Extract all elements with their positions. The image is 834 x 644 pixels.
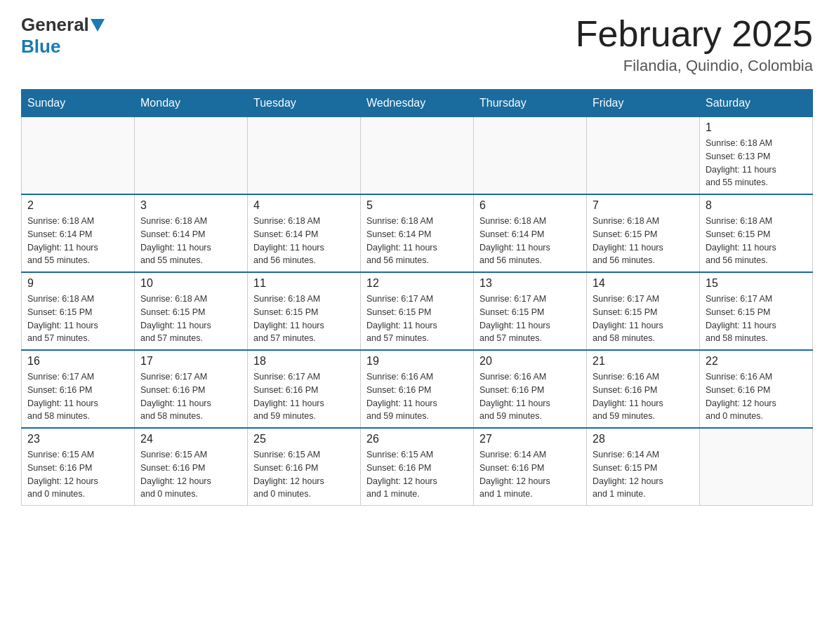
calendar-cell: 2Sunrise: 6:18 AMSunset: 6:14 PMDaylight… [22, 194, 135, 272]
day-number: 24 [140, 433, 241, 445]
calendar-header-friday: Friday [587, 90, 700, 117]
calendar-week-row: 1Sunrise: 6:18 AMSunset: 6:13 PMDaylight… [22, 117, 813, 195]
day-info: Sunrise: 6:15 AMSunset: 6:16 PMDaylight:… [27, 448, 128, 501]
calendar-cell: 21Sunrise: 6:16 AMSunset: 6:16 PMDayligh… [587, 350, 700, 428]
day-number: 18 [253, 355, 355, 368]
logo-general: General [21, 14, 89, 36]
day-number: 27 [479, 433, 581, 445]
calendar-subtitle: Filandia, Quindio, Colombia [576, 57, 813, 75]
calendar-cell: 8Sunrise: 6:18 AMSunset: 6:15 PMDaylight… [700, 194, 813, 272]
calendar-cell [700, 428, 813, 506]
day-info: Sunrise: 6:16 AMSunset: 6:16 PMDaylight:… [593, 370, 694, 423]
day-info: Sunrise: 6:16 AMSunset: 6:16 PMDaylight:… [479, 370, 581, 423]
day-number: 4 [253, 199, 355, 212]
calendar-cell: 22Sunrise: 6:16 AMSunset: 6:16 PMDayligh… [700, 350, 813, 428]
calendar-cell [474, 117, 587, 195]
calendar-cell: 7Sunrise: 6:18 AMSunset: 6:15 PMDaylight… [587, 194, 700, 272]
calendar-cell [361, 117, 474, 195]
day-info: Sunrise: 6:18 AMSunset: 6:15 PMDaylight:… [593, 215, 694, 267]
logo-triangle-icon [91, 19, 105, 32]
day-info: Sunrise: 6:15 AMSunset: 6:16 PMDaylight:… [366, 448, 468, 501]
day-number: 2 [27, 199, 128, 212]
day-info: Sunrise: 6:17 AMSunset: 6:15 PMDaylight:… [366, 293, 468, 345]
calendar-cell: 20Sunrise: 6:16 AMSunset: 6:16 PMDayligh… [474, 350, 587, 428]
calendar-cell [135, 117, 248, 195]
day-number: 17 [140, 355, 241, 368]
calendar-cell: 25Sunrise: 6:15 AMSunset: 6:16 PMDayligh… [248, 428, 361, 506]
calendar-cell: 26Sunrise: 6:15 AMSunset: 6:16 PMDayligh… [361, 428, 474, 506]
logo-text: General [21, 14, 106, 36]
calendar-cell: 18Sunrise: 6:17 AMSunset: 6:16 PMDayligh… [248, 350, 361, 428]
calendar-cell: 1Sunrise: 6:18 AMSunset: 6:13 PMDaylight… [700, 117, 813, 195]
calendar-cell: 5Sunrise: 6:18 AMSunset: 6:14 PMDaylight… [361, 194, 474, 272]
day-info: Sunrise: 6:17 AMSunset: 6:16 PMDaylight:… [27, 370, 128, 423]
calendar-header-tuesday: Tuesday [248, 90, 361, 117]
day-number: 5 [366, 199, 468, 212]
calendar-cell: 27Sunrise: 6:14 AMSunset: 6:16 PMDayligh… [474, 428, 587, 506]
day-number: 26 [366, 433, 468, 445]
day-info: Sunrise: 6:17 AMSunset: 6:15 PMDaylight:… [706, 293, 807, 345]
day-number: 10 [140, 277, 241, 290]
day-number: 1 [706, 121, 807, 134]
calendar-header-monday: Monday [135, 90, 248, 117]
day-info: Sunrise: 6:18 AMSunset: 6:14 PMDaylight:… [366, 215, 468, 267]
day-number: 7 [593, 199, 694, 212]
day-number: 14 [593, 277, 694, 290]
calendar-cell: 17Sunrise: 6:17 AMSunset: 6:16 PMDayligh… [135, 350, 248, 428]
day-number: 11 [253, 277, 355, 290]
calendar-week-row: 16Sunrise: 6:17 AMSunset: 6:16 PMDayligh… [22, 350, 813, 428]
calendar-cell: 15Sunrise: 6:17 AMSunset: 6:15 PMDayligh… [700, 272, 813, 350]
calendar-cell: 9Sunrise: 6:18 AMSunset: 6:15 PMDaylight… [22, 272, 135, 350]
calendar-cell [587, 117, 700, 195]
day-info: Sunrise: 6:18 AMSunset: 6:14 PMDaylight:… [27, 215, 128, 267]
calendar-cell: 23Sunrise: 6:15 AMSunset: 6:16 PMDayligh… [22, 428, 135, 506]
day-number: 13 [479, 277, 581, 290]
calendar-header-row: SundayMondayTuesdayWednesdayThursdayFrid… [22, 90, 813, 117]
day-info: Sunrise: 6:17 AMSunset: 6:16 PMDaylight:… [253, 370, 355, 423]
day-number: 12 [366, 277, 468, 290]
calendar-cell: 10Sunrise: 6:18 AMSunset: 6:15 PMDayligh… [135, 272, 248, 350]
day-info: Sunrise: 6:16 AMSunset: 6:16 PMDaylight:… [706, 370, 807, 423]
calendar-cell: 13Sunrise: 6:17 AMSunset: 6:15 PMDayligh… [474, 272, 587, 350]
calendar-cell: 4Sunrise: 6:18 AMSunset: 6:14 PMDaylight… [248, 194, 361, 272]
day-info: Sunrise: 6:18 AMSunset: 6:15 PMDaylight:… [27, 293, 128, 345]
calendar-cell: 28Sunrise: 6:14 AMSunset: 6:15 PMDayligh… [587, 428, 700, 506]
page-header: General Blue February 2025 Filandia, Qui… [21, 14, 813, 75]
day-info: Sunrise: 6:16 AMSunset: 6:16 PMDaylight:… [366, 370, 468, 423]
day-info: Sunrise: 6:18 AMSunset: 6:14 PMDaylight:… [253, 215, 355, 267]
day-number: 22 [706, 355, 807, 368]
day-info: Sunrise: 6:18 AMSunset: 6:15 PMDaylight:… [140, 293, 241, 345]
day-info: Sunrise: 6:18 AMSunset: 6:15 PMDaylight:… [253, 293, 355, 345]
day-info: Sunrise: 6:18 AMSunset: 6:14 PMDaylight:… [140, 215, 241, 267]
calendar-cell: 3Sunrise: 6:18 AMSunset: 6:14 PMDaylight… [135, 194, 248, 272]
day-number: 8 [706, 199, 807, 212]
calendar-week-row: 9Sunrise: 6:18 AMSunset: 6:15 PMDaylight… [22, 272, 813, 350]
day-number: 28 [593, 433, 694, 445]
day-info: Sunrise: 6:14 AMSunset: 6:16 PMDaylight:… [479, 448, 581, 501]
day-number: 6 [479, 199, 581, 212]
day-info: Sunrise: 6:14 AMSunset: 6:15 PMDaylight:… [593, 448, 694, 501]
day-info: Sunrise: 6:15 AMSunset: 6:16 PMDaylight:… [253, 448, 355, 501]
day-info: Sunrise: 6:17 AMSunset: 6:16 PMDaylight:… [140, 370, 241, 423]
day-info: Sunrise: 6:17 AMSunset: 6:15 PMDaylight:… [479, 293, 581, 345]
calendar-cell: 19Sunrise: 6:16 AMSunset: 6:16 PMDayligh… [361, 350, 474, 428]
calendar-cell: 11Sunrise: 6:18 AMSunset: 6:15 PMDayligh… [248, 272, 361, 350]
calendar-cell: 24Sunrise: 6:15 AMSunset: 6:16 PMDayligh… [135, 428, 248, 506]
calendar-header-wednesday: Wednesday [361, 90, 474, 117]
calendar-title: February 2025 [576, 14, 813, 54]
calendar-cell: 14Sunrise: 6:17 AMSunset: 6:15 PMDayligh… [587, 272, 700, 350]
calendar-week-row: 2Sunrise: 6:18 AMSunset: 6:14 PMDaylight… [22, 194, 813, 272]
calendar-header-sunday: Sunday [22, 90, 135, 117]
day-number: 15 [706, 277, 807, 290]
title-block: February 2025 Filandia, Quindio, Colombi… [576, 14, 813, 75]
calendar-header-thursday: Thursday [474, 90, 587, 117]
day-number: 9 [27, 277, 128, 290]
day-number: 21 [593, 355, 694, 368]
logo-blue: Blue [21, 36, 60, 58]
calendar-cell: 12Sunrise: 6:17 AMSunset: 6:15 PMDayligh… [361, 272, 474, 350]
calendar-table: SundayMondayTuesdayWednesdayThursdayFrid… [21, 89, 813, 506]
day-number: 16 [27, 355, 128, 368]
calendar-cell: 16Sunrise: 6:17 AMSunset: 6:16 PMDayligh… [22, 350, 135, 428]
day-number: 20 [479, 355, 581, 368]
day-number: 23 [27, 433, 128, 445]
